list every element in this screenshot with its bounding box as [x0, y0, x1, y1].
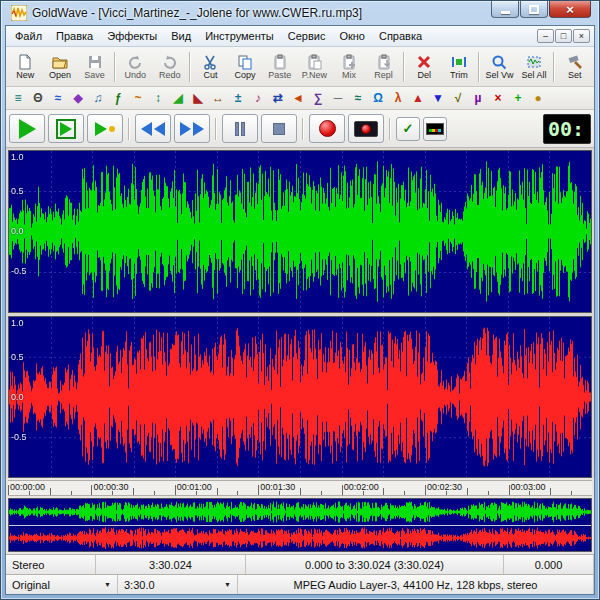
paste-button[interactable]: Paste [262, 49, 297, 85]
monitor-toggle[interactable]: ✓ [396, 117, 420, 141]
status-format: MPEG Audio Layer-3, 44100 Hz, 128 kbps, … [238, 575, 594, 594]
new-icon [17, 53, 33, 70]
stereo-mix-button[interactable]: Ω [368, 88, 388, 108]
doppler-button[interactable]: ≈ [48, 88, 68, 108]
menu-item-0[interactable]: Файл [8, 27, 49, 45]
resample-button[interactable]: ⇄ [268, 88, 288, 108]
save-button[interactable]: Save [77, 49, 112, 85]
trim-button[interactable]: Trim [442, 49, 477, 85]
toolbar-button-label: P.New [302, 70, 327, 80]
client-area: ФайлПравкаЭффектыВидИнструментыСервисОкн… [5, 25, 595, 595]
match-volume-button[interactable]: µ [468, 88, 488, 108]
rewind-button[interactable] [135, 114, 171, 143]
mdi-minimize-button[interactable]: – [537, 29, 554, 43]
ruler-tick [133, 488, 134, 495]
overview-pane[interactable] [8, 498, 592, 552]
record-selection-button[interactable] [348, 114, 384, 143]
open-button[interactable]: Open [43, 49, 78, 85]
silence-button[interactable]: ─ [328, 88, 348, 108]
dynamics-icon: ◆ [73, 92, 82, 104]
cd-reader-button[interactable]: ● [528, 88, 548, 108]
fade-out-button[interactable]: ◣ [188, 88, 208, 108]
mdi-restore-button[interactable]: □ [555, 29, 572, 43]
delete-marker-button[interactable]: × [488, 88, 508, 108]
pitch-button[interactable]: ♪ [248, 88, 268, 108]
pnew-icon [306, 53, 322, 70]
close-button[interactable]: × [549, 1, 591, 18]
status-selection[interactable]: 0.000 to 3:30.024 (3:30.024) [246, 555, 504, 574]
left-channel-pane[interactable]: 1.00.50.0-0.5 [8, 150, 592, 313]
right-channel-waveform[interactable] [9, 317, 591, 478]
menu-item-5[interactable]: Сервис [281, 27, 333, 45]
set-button[interactable]: Set [557, 49, 592, 85]
maximize-button[interactable] [520, 1, 548, 18]
play-button[interactable] [9, 114, 45, 143]
flange-button[interactable]: ~ [128, 88, 148, 108]
redo-button[interactable]: Redo [153, 49, 188, 85]
goldwave-app-icon [11, 5, 27, 21]
menu-item-1[interactable]: Правка [49, 27, 100, 45]
device-controls-button[interactable]: ≡ [8, 88, 28, 108]
right-channel-pane[interactable]: 1.00.50.0-0.5 [8, 316, 592, 479]
status-length[interactable]: 3:30.024 [96, 555, 246, 574]
status-channels[interactable]: Stereo [6, 555, 96, 574]
volume-up-button[interactable]: ▲ [408, 88, 428, 108]
smoother-button[interactable]: ≈ [348, 88, 368, 108]
ruler-tick [425, 485, 426, 495]
separator [215, 118, 217, 140]
mdi-close-button[interactable]: × [573, 29, 590, 43]
ruler-tick [509, 485, 510, 495]
p-new-button[interactable]: P.New [297, 49, 332, 85]
del-button[interactable]: Del [407, 49, 442, 85]
shape-volume-button[interactable]: ∑ [308, 88, 328, 108]
menu-item-4[interactable]: Инструменты [198, 27, 281, 45]
ruler-label: 00:03:00 [511, 482, 546, 492]
minimize-button[interactable] [491, 1, 519, 18]
menu-item-6[interactable]: Окно [332, 27, 372, 45]
offset-button[interactable]: ↔ [208, 88, 228, 108]
menu-item-3[interactable]: Вид [164, 27, 198, 45]
left-channel-waveform[interactable] [9, 151, 591, 312]
menu-item-7[interactable]: Справка [372, 27, 429, 45]
reverse-icon: ◄ [292, 92, 304, 104]
reverse-button[interactable]: ◄ [288, 88, 308, 108]
time-display-button[interactable]: Θ [28, 88, 48, 108]
cut-button[interactable]: Cut [193, 49, 228, 85]
status-quality-dropdown[interactable]: Original▼ [6, 575, 118, 594]
play-all-button[interactable] [48, 114, 84, 143]
dynamics-button[interactable]: ◆ [68, 88, 88, 108]
ruler-label: 00:00:30 [93, 482, 128, 492]
stop-button[interactable] [261, 114, 297, 143]
overview-waveform[interactable] [9, 499, 591, 551]
title-bar[interactable]: GoldWave - [Vicci_Martinez_-_Jolene for … [5, 1, 595, 25]
fast-forward-button[interactable] [174, 114, 210, 143]
max-volume-button[interactable]: √ [448, 88, 468, 108]
pause-button[interactable] [222, 114, 258, 143]
echo-button[interactable]: ♫ [88, 88, 108, 108]
echo-icon: ♫ [94, 92, 103, 104]
pan-button[interactable]: ± [228, 88, 248, 108]
fade-in-button[interactable]: ◢ [168, 88, 188, 108]
visuals-button[interactable] [423, 117, 447, 141]
status-zoom-dropdown[interactable]: 3:30.0▼ [118, 575, 238, 594]
filter-button[interactable]: ƒ [108, 88, 128, 108]
time-ruler[interactable]: 00:00:0000:00:3000:01:0000:01:3000:02:00… [8, 480, 592, 496]
volume-down-button[interactable]: ▼ [428, 88, 448, 108]
toolbar-button-label: Open [49, 70, 71, 80]
mix-button[interactable]: Mix [332, 49, 367, 85]
record-button[interactable] [309, 114, 345, 143]
insert-silence-button[interactable]: + [508, 88, 528, 108]
undo-button[interactable]: Undo [118, 49, 153, 85]
play-selection-button[interactable] [87, 114, 123, 143]
sel-all-button[interactable]: Sel All [517, 49, 552, 85]
sel-vw-button[interactable]: Sel Vw [482, 49, 517, 85]
new-button[interactable]: New [8, 49, 43, 85]
amplitude-label: 0.5 [11, 352, 24, 362]
repl-button[interactable]: Repl [366, 49, 401, 85]
separator [403, 52, 405, 82]
invert-button[interactable]: ↕ [148, 88, 168, 108]
copy-button[interactable]: Copy [228, 49, 263, 85]
toolbar-button-label: Set [568, 70, 582, 80]
time-warp-button[interactable]: λ [388, 88, 408, 108]
menu-item-2[interactable]: Эффекты [100, 27, 164, 45]
